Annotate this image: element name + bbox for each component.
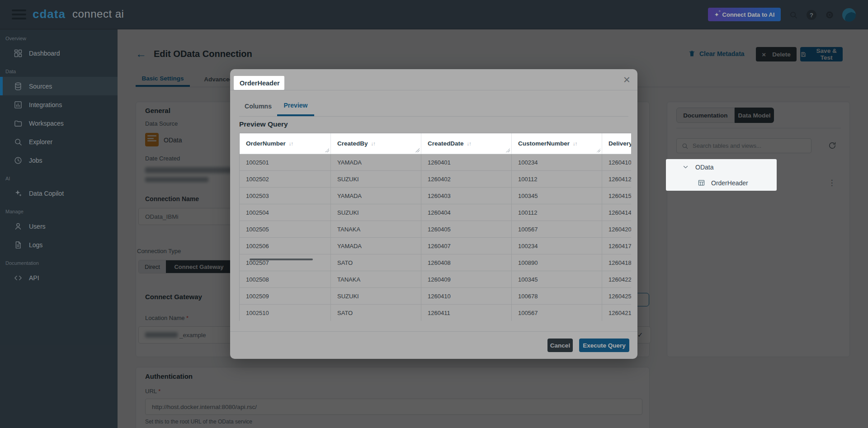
execute-query-button[interactable]: Execute Query bbox=[579, 339, 629, 352]
table-cell: 1260404 bbox=[421, 204, 512, 221]
sidebar-item-label: Integrations bbox=[29, 101, 62, 108]
sidebar-item-label: Sources bbox=[29, 83, 52, 90]
tree-item-orderheader[interactable]: OrderHeader bbox=[666, 175, 777, 191]
table-cell: SUZUKI bbox=[331, 204, 421, 221]
sidebar-item-users[interactable]: Users bbox=[0, 217, 118, 235]
column-header-label: OrderNumber bbox=[246, 140, 286, 147]
user-icon bbox=[14, 222, 23, 231]
sidebar-section-label: Data bbox=[0, 62, 118, 77]
sort-icon[interactable]: ↓↑ bbox=[371, 141, 376, 146]
sidebar-item-data-copilot[interactable]: Data Copilot bbox=[0, 184, 118, 202]
sort-icon[interactable]: ↓↑ bbox=[573, 141, 577, 146]
table-cell: YAMADA bbox=[331, 238, 421, 254]
table-row[interactable]: 1002501YAMADA12604011002341260410 bbox=[240, 154, 631, 171]
table-row[interactable]: 1002506YAMADA12604071002341260417 bbox=[240, 238, 631, 254]
horizontal-scrollbar[interactable] bbox=[250, 259, 313, 260]
sidebar-item-label: Dashboard bbox=[29, 50, 60, 57]
table-body: 1002501YAMADA126040110023412604101002502… bbox=[240, 154, 631, 321]
close-icon[interactable]: × bbox=[623, 74, 630, 85]
table-row[interactable]: 1002507SATO12604081008901260418 bbox=[240, 254, 631, 271]
sidebar-item-api[interactable]: API bbox=[0, 268, 118, 287]
sidebar-item-sources[interactable]: Sources bbox=[0, 77, 118, 95]
database-icon bbox=[14, 82, 23, 91]
sidebar-item-explorer[interactable]: Explorer bbox=[0, 132, 118, 151]
column-resize-handle[interactable] bbox=[415, 148, 420, 152]
table-cell: 1002505 bbox=[240, 221, 331, 237]
sidebar-item-label: API bbox=[29, 274, 39, 282]
sidebar-item-label: Workspaces bbox=[29, 120, 64, 127]
table-row[interactable]: 1002503YAMADA12604031003451260415 bbox=[240, 188, 631, 204]
search-icon bbox=[14, 137, 23, 146]
cancel-button[interactable]: Cancel bbox=[547, 339, 573, 352]
sidebar-section-label: Overview bbox=[0, 29, 118, 44]
sidebar-item-label: Users bbox=[29, 223, 46, 230]
column-resize-handle[interactable] bbox=[596, 148, 600, 152]
table-row[interactable]: 1002504SUZUKI12604041001121260414 bbox=[240, 204, 631, 221]
app-name: connect ai bbox=[72, 8, 124, 20]
table-cell: 1260418 bbox=[602, 254, 631, 271]
column-header-customernumber[interactable]: CustomerNumber↓↑ bbox=[512, 133, 602, 154]
column-header-label: CreatedBy bbox=[337, 140, 368, 147]
table-cell: TANAKA bbox=[331, 221, 421, 237]
tree-item-odata[interactable]: OData bbox=[666, 159, 777, 175]
dashboard-icon bbox=[14, 49, 23, 58]
modal-footer: Cancel Execute Query bbox=[230, 331, 637, 359]
chart-icon bbox=[14, 100, 23, 109]
table-cell: 1260411 bbox=[421, 305, 512, 321]
column-header-ordernumber[interactable]: OrderNumber↓↑ bbox=[240, 133, 331, 154]
table-row[interactable]: 1002502SUZUKI12604021001121260412 bbox=[240, 171, 631, 188]
column-header-createdby[interactable]: CreatedBy↓↑ bbox=[331, 133, 421, 154]
table-cell: 1260405 bbox=[421, 221, 512, 237]
table-cell: 1260409 bbox=[421, 271, 512, 287]
table-cell: 100112 bbox=[512, 171, 602, 187]
connect-data-to-ai-button[interactable]: ✦✧ Connect Data to AI bbox=[708, 8, 781, 21]
cdata-logo: cdata bbox=[33, 7, 66, 21]
sparkles-icon bbox=[14, 189, 23, 198]
menu-icon[interactable] bbox=[12, 9, 26, 19]
column-header-createddate[interactable]: CreatedDate↓↑ bbox=[421, 133, 512, 154]
avatar[interactable] bbox=[842, 8, 856, 22]
table-cell: 1260403 bbox=[421, 188, 512, 204]
table-cell: 1002507 bbox=[240, 254, 331, 271]
sort-icon[interactable]: ↓↑ bbox=[289, 141, 293, 146]
table-cell: 1260407 bbox=[421, 238, 512, 254]
table-cell: 100345 bbox=[512, 188, 602, 204]
help-icon[interactable]: ? bbox=[807, 10, 816, 20]
table-cell: SATO bbox=[331, 305, 421, 321]
column-header-delivery[interactable]: Delivery↓↑ bbox=[602, 133, 631, 154]
table-cell: TANAKA bbox=[331, 271, 421, 287]
table-row[interactable]: 1002508TANAKA12604091003451260422 bbox=[240, 271, 631, 288]
sidebar-item-jobs[interactable]: Jobs bbox=[0, 151, 118, 169]
sidebar-section-label: AI bbox=[0, 169, 118, 184]
table-cell: 1002508 bbox=[240, 271, 331, 287]
modal-tab-preview[interactable]: Preview bbox=[277, 96, 314, 116]
gear-icon[interactable] bbox=[825, 10, 834, 19]
table-cell: 100567 bbox=[512, 221, 602, 237]
table-cell: YAMADA bbox=[331, 154, 421, 170]
modal-tab-columns[interactable]: Columns bbox=[239, 96, 277, 116]
table-row[interactable]: 1002510SATO12604111005671260421 bbox=[240, 305, 631, 321]
column-header-label: Delivery bbox=[609, 140, 631, 147]
sidebar-item-workspaces[interactable]: Workspaces bbox=[0, 114, 118, 132]
table-cell: YAMADA bbox=[331, 188, 421, 204]
sidebar-item-integrations[interactable]: Integrations bbox=[0, 95, 118, 114]
column-resize-handle[interactable] bbox=[505, 148, 510, 152]
table-cell: 1002510 bbox=[240, 305, 331, 321]
connect-data-to-ai-label: Connect Data to AI bbox=[722, 11, 775, 18]
table-cell: 100345 bbox=[512, 271, 602, 287]
table-cell: 100567 bbox=[512, 305, 602, 321]
table-cell: SATO bbox=[331, 254, 421, 271]
table-cell: 1260402 bbox=[421, 171, 512, 187]
top-header: cdata connect ai ✦✧ Connect Data to AI ? bbox=[0, 0, 868, 29]
orderheader-modal: OrderHeader × Columns Preview Preview Qu… bbox=[230, 69, 637, 359]
column-resize-handle[interactable] bbox=[325, 148, 329, 152]
table-cell: 1002501 bbox=[240, 154, 331, 170]
sort-icon[interactable]: ↓↑ bbox=[467, 141, 472, 146]
table-row[interactable]: 1002505TANAKA12604051005671260420 bbox=[240, 221, 631, 238]
table-cell: 1260417 bbox=[602, 238, 631, 254]
sidebar-section-label: Manage bbox=[0, 202, 118, 217]
table-row[interactable]: 1002509SUZUKI12604101006781260425 bbox=[240, 288, 631, 305]
sidebar-item-dashboard[interactable]: Dashboard bbox=[0, 44, 118, 62]
search-icon[interactable] bbox=[789, 10, 798, 19]
sidebar-item-logs[interactable]: Logs bbox=[0, 235, 118, 254]
